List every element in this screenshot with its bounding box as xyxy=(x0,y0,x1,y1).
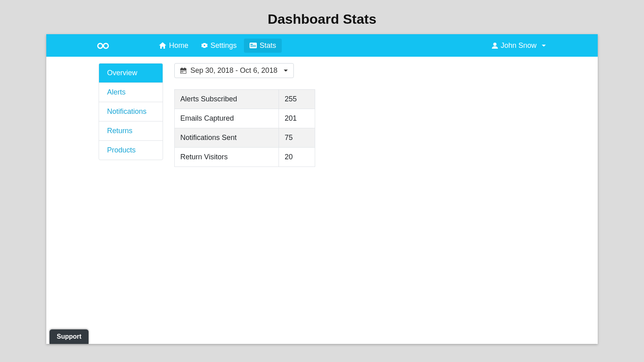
sidebar-item-products[interactable]: Products xyxy=(99,141,163,160)
stats-table: Alerts Subscribed 255 Emails Captured 20… xyxy=(174,89,315,167)
gear-icon xyxy=(201,42,208,49)
support-button[interactable]: Support xyxy=(50,329,89,344)
stat-value: 75 xyxy=(279,128,315,148)
sidebar-item-returns[interactable]: Returns xyxy=(99,121,163,141)
navbar: Home Settings xyxy=(46,34,598,57)
stat-value: 201 xyxy=(279,109,315,128)
nav-link-label: Stats xyxy=(260,41,276,50)
home-icon xyxy=(159,42,166,49)
date-range-picker[interactable]: Sep 30, 2018 - Oct 6, 2018 xyxy=(174,63,294,78)
glasses-icon xyxy=(97,42,109,49)
svg-point-7 xyxy=(493,43,496,46)
svg-rect-11 xyxy=(184,68,185,69)
svg-point-1 xyxy=(103,43,108,48)
svg-rect-9 xyxy=(180,68,186,70)
stat-value: 20 xyxy=(279,148,315,167)
nav-link-label: Home xyxy=(169,41,188,50)
svg-rect-5 xyxy=(250,45,256,46)
nav-link-settings[interactable]: Settings xyxy=(196,39,242,53)
stat-label: Notifications Sent xyxy=(175,128,279,148)
svg-rect-16 xyxy=(185,70,186,71)
svg-rect-17 xyxy=(181,72,182,72)
nav-link-label: Settings xyxy=(211,41,237,50)
svg-rect-10 xyxy=(182,68,182,69)
nav-user[interactable]: John Snow xyxy=(489,39,549,52)
nav-link-home[interactable]: Home xyxy=(153,39,194,53)
content: Overview Alerts Notifications Returns Pr… xyxy=(46,57,598,167)
svg-rect-14 xyxy=(182,70,183,71)
svg-rect-15 xyxy=(184,70,184,71)
sidebar-item-alerts[interactable]: Alerts xyxy=(99,83,163,102)
svg-rect-13 xyxy=(181,70,182,71)
brand[interactable] xyxy=(53,42,153,49)
main: Sep 30, 2018 - Oct 6, 2018 Alerts Subscr… xyxy=(174,63,545,167)
calendar-icon xyxy=(180,68,186,74)
table-row: Alerts Subscribed 255 xyxy=(175,90,315,109)
user-icon xyxy=(492,42,498,49)
stat-label: Emails Captured xyxy=(175,109,279,128)
chevron-down-icon xyxy=(542,45,546,47)
svg-point-0 xyxy=(98,43,103,48)
table-row: Return Visitors 20 xyxy=(175,148,315,167)
stat-label: Return Visitors xyxy=(175,148,279,167)
svg-rect-4 xyxy=(250,44,253,45)
app-card: Home Settings xyxy=(46,34,598,344)
svg-rect-6 xyxy=(250,46,256,47)
table-row: Notifications Sent 75 xyxy=(175,128,315,148)
stat-label: Alerts Subscribed xyxy=(175,90,279,109)
page-title: Dashboard Stats xyxy=(0,0,644,34)
svg-point-2 xyxy=(204,45,205,46)
nav-link-stats[interactable]: Stats xyxy=(244,39,282,53)
sidebar-item-overview[interactable]: Overview xyxy=(99,64,163,83)
stat-value: 255 xyxy=(279,90,315,109)
chevron-down-icon xyxy=(284,70,288,72)
nav-user-name: John Snow xyxy=(501,41,537,50)
date-range-label: Sep 30, 2018 - Oct 6, 2018 xyxy=(190,66,277,75)
nav-items: Home Settings xyxy=(153,39,282,53)
sidebar: Overview Alerts Notifications Returns Pr… xyxy=(99,63,163,160)
svg-rect-18 xyxy=(182,72,183,72)
sidebar-item-notifications[interactable]: Notifications xyxy=(99,102,163,121)
table-row: Emails Captured 201 xyxy=(175,109,315,128)
card-icon xyxy=(250,43,257,48)
